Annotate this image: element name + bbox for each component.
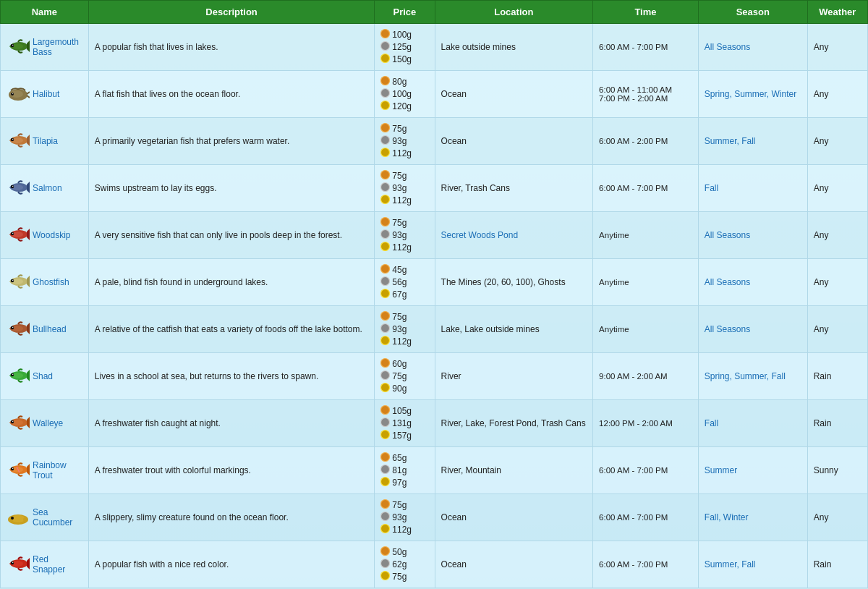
fish-season: Fall [698,400,807,447]
svg-point-8 [11,93,14,96]
fish-season: All Seasons [698,24,807,71]
fish-name-cell: Ghostfish [1,259,89,306]
table-row: Ghostfish A pale, blind fish found in un… [1,259,868,306]
price-row: 112g [380,242,428,253]
fish-link[interactable]: Ghostfish [33,277,69,287]
fish-link[interactable]: Rainbow Trout [33,460,82,480]
fish-link[interactable]: Walleye [33,418,63,428]
coin-icon-bronze [380,452,390,464]
fish-link[interactable]: Tilapia [33,136,58,146]
svg-point-59 [12,467,13,468]
fish-time: 6:00 AM - 7:00 PM [593,24,699,71]
svg-point-69 [381,500,390,509]
price-row: 150g [380,54,428,65]
fish-weather: Any [807,165,867,212]
fish-link[interactable]: Salmon [33,183,62,193]
season-value: Fall [705,183,718,193]
svg-point-20 [381,148,390,157]
fish-link[interactable]: Bullhead [33,324,67,334]
svg-point-56 [381,431,390,439]
fish-icon [7,129,30,154]
fish-icon [7,364,30,389]
season-value: Fall [705,418,718,428]
price-value: 93g [392,230,407,240]
svg-point-23 [12,185,13,186]
fish-weather: Any [807,259,867,306]
fish-time: Anytime [593,259,699,306]
fish-weather: Any [807,306,867,353]
fish-price: 75g 93g 112g [375,165,435,212]
coin-icon-silver [380,41,390,53]
fish-link[interactable]: Halibut [33,89,59,99]
price-value: 93g [392,512,407,522]
price-value: 105g [392,406,412,416]
fish-link[interactable]: Sea Cucumber [33,507,82,527]
fish-season: Fall, Winter [698,494,807,541]
table-row: Bullhead A relative of the catfish that … [1,306,868,353]
fish-name-cell: Bullhead [1,306,89,353]
price-row: 75g [380,499,428,511]
season-value: Spring, Summer, Fall [705,371,786,381]
fish-season: Spring, Summer, Fall [698,353,807,400]
location-link[interactable]: Secret Woods Pond [441,230,519,240]
price-value: 45g [392,265,407,275]
coin-icon-silver [380,88,390,100]
season-value: Spring, Summer, Winter [705,89,796,99]
fish-name-cell: Woodskip [1,212,89,259]
svg-point-13 [381,89,390,98]
svg-point-62 [381,465,390,474]
fish-link[interactable]: Shad [33,371,53,381]
fish-icon [7,458,30,483]
fish-description: A pale, blind fish found in underground … [88,259,374,306]
coin-icon-silver [380,559,390,570]
fish-icon [7,82,30,107]
price-value: 112g [392,242,412,253]
fish-name-cell: Largemouth Bass [1,24,89,71]
svg-point-61 [381,453,390,462]
price-row: 75g [380,170,428,182]
coin-icon-bronze [380,170,390,182]
coin-icon-gold [380,571,390,582]
svg-point-24 [381,171,390,179]
season-value: Summer, Fall [705,136,756,146]
svg-point-22 [11,185,14,187]
price-value: 75g [392,171,407,181]
fish-link[interactable]: Woodskip [33,230,70,240]
table-row: Salmon Swims upstream to lay its eggs. 7… [1,165,868,212]
coin-icon-bronze [380,29,390,41]
price-row: 93g [380,512,428,523]
header-description: Description [88,1,374,24]
price-row: 75g [380,123,428,135]
time-secondary: 7:00 PM - 2:00 AM [599,94,668,103]
fish-link[interactable]: Largemouth Bass [33,37,82,57]
table-row: Largemouth Bass A popular fish that live… [1,24,868,71]
svg-point-28 [11,232,14,234]
fish-name-cell: Rainbow Trout [1,447,89,494]
coin-icon-gold [380,148,390,159]
coin-icon-gold [380,54,390,65]
fish-icon [7,317,30,342]
fish-name-cell: Red Snapper [1,541,89,588]
fish-description: A flat fish that lives on the ocean floo… [88,71,374,118]
fish-season: Summer, Fall [698,541,807,588]
fish-tbody: Largemouth Bass A popular fish that live… [1,24,868,588]
table-row: Red Snapper A popular fish with a nice r… [1,541,868,588]
svg-point-58 [11,467,14,470]
price-row: 80g [380,76,428,88]
fish-location: Secret Woods Pond [435,212,593,259]
svg-point-43 [381,324,390,333]
price-row: 50g [380,546,428,558]
price-row: 120g [380,101,428,112]
fish-weather: Any [807,24,867,71]
svg-point-25 [381,183,390,192]
fish-description: A primarily vegetarian fish that prefers… [88,118,374,165]
svg-point-67 [23,517,27,522]
svg-point-18 [381,124,390,132]
coin-icon-silver [380,229,390,241]
svg-point-55 [381,418,390,427]
fish-link[interactable]: Red Snapper [33,554,82,575]
svg-point-75 [381,547,390,556]
header-time: Time [593,1,699,24]
fish-description: A very sensitive fish that can only live… [88,212,374,259]
table-row: Walleye A freshwater fish caught at nigh… [1,400,868,447]
